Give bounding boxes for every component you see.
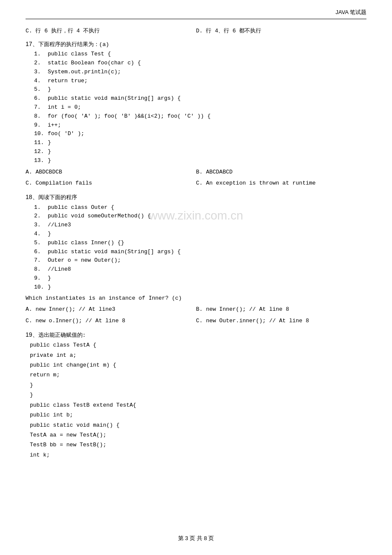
q18-opt-b: B. new Inner(); // At line 8 xyxy=(196,305,366,314)
code-line: 9. i++; xyxy=(34,121,366,130)
code-line: TestA aa = new TestA(); xyxy=(30,431,366,439)
code-line: 7. int i = 0; xyxy=(34,103,366,112)
q18-opt-c: C. new o.Inner(); // At line 8 xyxy=(26,317,196,326)
option-label: D. 行 4、行 6 都不执行 xyxy=(196,28,261,34)
code-line: 13. } xyxy=(34,156,366,165)
q18-question: Which instantiates is an instance of Inn… xyxy=(26,294,366,303)
code-line: 1. public class Test { xyxy=(34,50,366,59)
q19-code: public class TestA { private int a; publ… xyxy=(30,341,366,460)
code-line: 6. public static void main(String[] args… xyxy=(34,94,366,103)
q18-options-row2: C. new o.Inner(); // At line 8 C. new Ou… xyxy=(26,317,366,326)
question-17: 17、下面程序的执行结果为：(a) 1. public class Test {… xyxy=(26,39,366,188)
code-line: 10. } xyxy=(34,283,366,292)
code-line: } xyxy=(30,381,366,390)
code-line: } xyxy=(30,390,366,399)
page-number: 第 3 页 共 8 页 xyxy=(178,535,214,541)
option-d-prev: D. 行 4、行 6 都不执行 xyxy=(196,27,366,36)
q18-options-row1: A. new Inner(); // At line3 B. new Inner… xyxy=(26,305,366,314)
page-container: JAVA 笔试题 C. 行 6 执行，行 4 不执行 D. 行 4、行 6 都不… xyxy=(0,0,392,555)
prev-q-options: C. 行 6 执行，行 4 不执行 D. 行 4、行 6 都不执行 xyxy=(26,27,366,36)
code-line: 4. } xyxy=(34,230,366,239)
code-line: TestB bb = new TestB(); xyxy=(30,440,366,449)
code-line: 1. public class Outer { xyxy=(34,203,366,212)
page-title: JAVA 笔试题 xyxy=(336,9,366,16)
code-line: public static void main() { xyxy=(30,421,366,430)
code-line: public class TestA { xyxy=(30,341,366,350)
code-line: private int a; xyxy=(30,351,366,360)
q17-options-row1: A. ABDCBDCB B. ABCDABCD xyxy=(26,168,366,177)
code-line: 5. public class Inner() {} xyxy=(34,239,366,248)
question-18: 18、阅读下面的程序 1. public class Outer { 2. pu… xyxy=(26,192,366,325)
code-line: public int b; xyxy=(30,410,366,419)
code-line: public class TestB extend TestA{ xyxy=(30,401,366,410)
q18-code: 1. public class Outer { 2. public void s… xyxy=(34,203,366,292)
page-footer: 第 3 页 共 8 页 xyxy=(0,535,392,542)
question-19: 19、选出能正确赋值的: public class TestA { privat… xyxy=(26,330,366,460)
code-line: 8. //Line8 xyxy=(34,265,366,274)
code-line: 2. static Boolean foo(char c) { xyxy=(34,59,366,68)
q17-opt-c: C. Compilation fails xyxy=(26,179,196,188)
code-line: 3. //Line3 xyxy=(34,221,366,230)
code-line: public int change(int m) { xyxy=(30,361,366,370)
q18-opt-a: A. new Inner(); // At line3 xyxy=(26,305,196,314)
q18-title: 18、阅读下面的程序 xyxy=(26,192,366,202)
option-label: C. 行 6 执行，行 4 不执行 xyxy=(26,28,100,34)
option-c-prev: C. 行 6 执行，行 4 不执行 xyxy=(26,27,196,36)
code-line: 10. foo( 'D' ); xyxy=(34,130,366,139)
main-content: C. 行 6 执行，行 4 不执行 D. 行 4、行 6 都不执行 17、下面程… xyxy=(26,27,366,460)
code-line: 8. for (foo( 'A' ); foo( 'B' )&&(i<2); f… xyxy=(34,112,366,121)
code-line: 3. System.out.println(c); xyxy=(34,68,366,77)
q17-opt-d: C. An exception is thrown at runtime xyxy=(196,179,366,188)
page-header: JAVA 笔试题 xyxy=(26,9,366,19)
q17-opt-a: A. ABDCBDCB xyxy=(26,168,196,177)
q17-options-row2: C. Compilation fails C. An exception is … xyxy=(26,179,366,188)
code-line: return m; xyxy=(30,370,366,379)
q17-title: 17、下面程序的执行结果为：(a) xyxy=(26,39,366,49)
code-line: 4. return true; xyxy=(34,77,366,86)
q17-code: 1. public class Test { 2. static Boolean… xyxy=(34,50,366,165)
code-line: 9. } xyxy=(34,274,366,283)
q19-title: 19、选出能正确赋值的: xyxy=(26,330,366,340)
code-line: 12. } xyxy=(34,147,366,156)
code-line: 2. public void someOuterMethod() { xyxy=(34,212,366,221)
code-line: 5. } xyxy=(34,85,366,94)
code-line: 6. public static void main(String[] args… xyxy=(34,248,366,257)
code-line: 11. } xyxy=(34,139,366,147)
q18-opt-d: C. new Outer.inner(); // At line 8 xyxy=(196,317,366,326)
q17-opt-b: B. ABCDABCD xyxy=(196,168,366,177)
code-line: int k; xyxy=(30,451,366,460)
code-line: 7. Outer o = new Outer(); xyxy=(34,256,366,265)
